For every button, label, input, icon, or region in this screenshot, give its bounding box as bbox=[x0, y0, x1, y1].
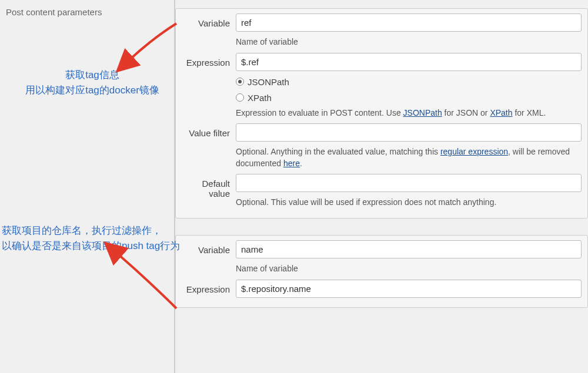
section-heading: Post content parameters bbox=[6, 7, 168, 17]
expression-label: Expression bbox=[182, 53, 236, 68]
xpath-link[interactable]: XPath bbox=[490, 108, 512, 117]
radio-jsonpath-label: JSONPath bbox=[248, 77, 289, 87]
radio-dot-icon bbox=[236, 78, 244, 86]
variable-input-2[interactable] bbox=[236, 240, 582, 258]
parameter-block-1: Variable Name of variable Expression JSO… bbox=[175, 8, 588, 219]
radio-xpath-label: XPath bbox=[248, 93, 272, 103]
variable-input[interactable] bbox=[236, 14, 582, 32]
variable-label: Variable bbox=[182, 14, 236, 28]
valuefilter-input[interactable] bbox=[236, 123, 582, 142]
variable-help: Name of variable bbox=[236, 36, 582, 48]
here-link[interactable]: here bbox=[283, 159, 300, 168]
variable-label-2: Variable bbox=[182, 240, 236, 255]
parameter-block-2: Variable Name of variable Expression bbox=[175, 235, 588, 308]
radio-xpath[interactable]: XPath bbox=[236, 93, 582, 103]
defaultvalue-label: Default value bbox=[182, 174, 236, 199]
expression-label-2: Expression bbox=[182, 280, 236, 294]
expression-help: Expression to evaluate in POST content. … bbox=[236, 107, 582, 119]
radio-jsonpath[interactable]: JSONPath bbox=[236, 77, 582, 87]
valuefilter-label: Value filter bbox=[182, 123, 236, 138]
regex-link[interactable]: regular expression bbox=[440, 147, 508, 156]
radio-dot-icon bbox=[236, 93, 244, 102]
jsonpath-link[interactable]: JSONPath bbox=[403, 108, 442, 117]
defaultvalue-input[interactable] bbox=[236, 174, 582, 192]
expression-input[interactable] bbox=[236, 53, 582, 71]
expression-input-2[interactable] bbox=[236, 280, 582, 298]
valuefilter-help: Optional. Anything in the evaluated valu… bbox=[236, 146, 582, 169]
variable-help-2: Name of variable bbox=[236, 263, 582, 275]
defaultvalue-help: Optional. This value will be used if exp… bbox=[236, 197, 582, 209]
